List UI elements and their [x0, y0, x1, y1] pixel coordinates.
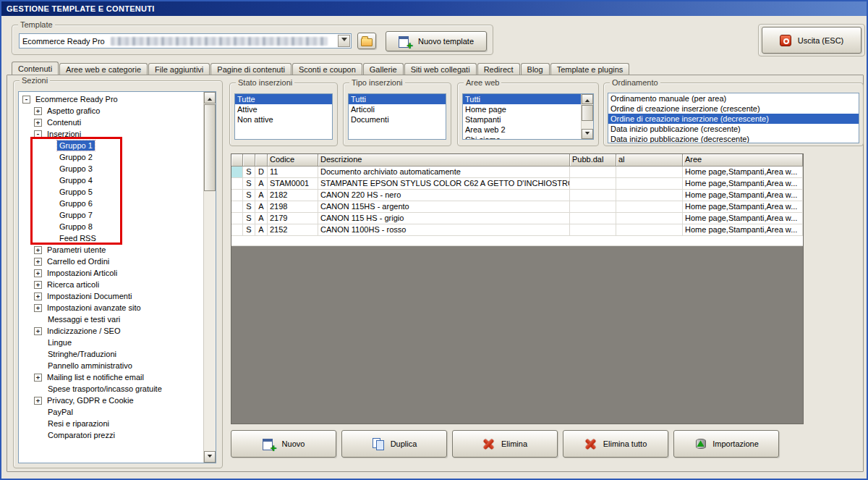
grid-row[interactable]: S A 2152 CANON 1100HS - rosso Home page,…	[231, 224, 803, 236]
row-selector-cell[interactable]	[231, 178, 243, 190]
grid-header-descrizione[interactable]: Descrizione	[318, 154, 570, 167]
scroll-up-button[interactable]	[204, 92, 216, 104]
tree-expand-icon[interactable]: +	[34, 327, 42, 335]
tree-item-messaggi-e-testi-vari[interactable]: Messaggi e testi vari	[19, 313, 203, 325]
tree-item-spese-trasporto[interactable]: Spese trasporto/incasso gratuite	[19, 383, 203, 395]
tree-expand-icon[interactable]: +	[34, 246, 42, 254]
list-item-articoli[interactable]: Articoli	[349, 104, 446, 114]
tree-item-contenuti[interactable]: +Contenuti	[19, 117, 203, 128]
row-selector-cell[interactable]	[231, 190, 243, 201]
grid-row[interactable]: S A 2198 CANON 115HS - argento Home page…	[231, 201, 803, 213]
list-item-ordine-creazione-decrescente[interactable]: Ordine di creazione inserzione (decresce…	[608, 114, 859, 124]
tree-expand-icon[interactable]: +	[34, 397, 42, 405]
tree-expand-icon[interactable]: +	[34, 281, 42, 289]
nuovo-button[interactable]: + Nuovo	[231, 430, 336, 458]
grid-row[interactable]: S A 2182 CANON 220 HS - nero Home page,S…	[231, 190, 803, 201]
scrollbar-thumb[interactable]	[582, 105, 593, 121]
tree-expand-icon[interactable]: +	[34, 304, 42, 312]
tab-blog[interactable]: Blog	[521, 63, 550, 75]
tree-item-impostazioni-articoli[interactable]: +Impostazioni Articoli	[19, 267, 203, 279]
tree-item-pannello-amministrativo[interactable]: Pannello amministrativo	[19, 360, 203, 371]
tab-aree-web-e-categorie[interactable]: Aree web e categorie	[59, 63, 148, 75]
row-selector-cell[interactable]	[231, 167, 243, 178]
grid-row[interactable]: S A STAM0001 STAMPANTE EPSON STYLUS COLO…	[231, 178, 803, 190]
tree-item-ricerca-articoli[interactable]: +Ricerca articoli	[19, 279, 203, 290]
grid-header-pubb-dal[interactable]: Pubb.dal	[570, 154, 616, 167]
grid-row-selected[interactable]: S D 11 Documento archiviato automaticame…	[231, 167, 803, 178]
tree-item-feed-rss[interactable]: Feed RSS	[19, 232, 203, 244]
tab-template-e-plugins[interactable]: Template e plugins	[550, 63, 630, 75]
list-item-aree-tutti[interactable]: Tutti	[463, 94, 581, 104]
tree-item-stringhe-traduzioni[interactable]: Stringhe/Traduzioni	[19, 348, 203, 360]
tree-expand-icon[interactable]: +	[34, 292, 42, 300]
list-item-home-page[interactable]: Home page	[463, 104, 581, 114]
tree-item-gruppo-4[interactable]: Gruppo 4	[19, 174, 203, 186]
tree-item-carrello-ed-ordini[interactable]: +Carrello ed Ordini	[19, 256, 203, 267]
list-item-area-web-2[interactable]: Area web 2	[463, 125, 581, 135]
grid-header-al[interactable]: al	[616, 154, 683, 167]
title-bar[interactable]: GESTIONE TEMPLATE E CONTENUTI	[1, 1, 867, 16]
tab-gallerie[interactable]: Gallerie	[363, 63, 404, 75]
grid-header-tipo[interactable]	[255, 154, 268, 167]
list-item-chi-siamo[interactable]: Chi siamo	[463, 135, 581, 140]
aree-web-scrollbar[interactable]	[581, 94, 593, 139]
duplica-button[interactable]: Duplica	[341, 430, 447, 458]
tree-item-gruppo-8[interactable]: Gruppo 8	[19, 221, 203, 232]
open-folder-button[interactable]	[357, 33, 376, 49]
tab-pagine-di-contenuti[interactable]: Pagine di contenuti	[210, 63, 292, 75]
tab-contenuti[interactable]: Contenuti	[12, 62, 59, 75]
tree-item-impostazioni-avanzate-sito[interactable]: +Impostazioni avanzate sito	[19, 302, 203, 313]
tree-item-gruppo-3[interactable]: Gruppo 3	[19, 163, 203, 174]
tab-siti-web-collegati[interactable]: Siti web collegati	[404, 63, 477, 75]
list-item-attive[interactable]: Attive	[235, 104, 332, 114]
list-item-tutte[interactable]: Tutte	[235, 94, 332, 104]
tree-item-gruppo-7[interactable]: Gruppo 7	[19, 209, 203, 221]
list-item-documenti[interactable]: Documenti	[349, 114, 446, 125]
tree-item-impostazioni-documenti[interactable]: +Impostazioni Documenti	[19, 290, 203, 302]
row-selector-cell[interactable]	[231, 213, 243, 224]
tree-expand-icon[interactable]: +	[34, 269, 42, 277]
tree-expand-icon[interactable]: +	[34, 374, 42, 382]
list-item-tutti[interactable]: Tutti	[349, 94, 446, 104]
tree-collapse-icon[interactable]: -	[22, 96, 30, 104]
exit-button[interactable]: Uscita (ESC)	[762, 27, 861, 54]
tree-expand-icon[interactable]: +	[34, 107, 42, 115]
tree-item-indicizzazione-seo[interactable]: +Indicizzazione / SEO	[19, 325, 203, 337]
scroll-down-button[interactable]	[204, 451, 216, 463]
tree-expand-icon[interactable]: +	[34, 258, 42, 266]
tree-item-paypal[interactable]: PayPal	[19, 406, 203, 418]
tree-item-mailing-list[interactable]: +Mailing list e notifiche email	[19, 371, 203, 383]
tree-item-parametri-utente[interactable]: +Parametri utente	[19, 244, 203, 256]
elimina-tutto-button[interactable]: Elimina tutto	[563, 430, 668, 458]
tree-item-privacy-gdpr[interactable]: +Privacy, GDPR e Cookie	[19, 395, 203, 406]
grid-header-codice[interactable]: Codice	[268, 154, 318, 167]
tree-item-resi-e-riparazioni[interactable]: Resi e riparazioni	[19, 418, 203, 429]
list-item-ordine-creazione-crescente[interactable]: Ordine di creazione inserzione (crescent…	[608, 104, 859, 114]
tree-item-gruppo-1[interactable]: Gruppo 1	[19, 140, 203, 151]
row-selector-cell[interactable]	[231, 201, 243, 213]
list-item-data-inizio-decrescente[interactable]: Data inizio pubblicazione (decrescente)	[608, 134, 859, 143]
tree-item-lingue[interactable]: Lingue	[19, 337, 203, 348]
list-item-non-attive[interactable]: Non attive	[235, 114, 332, 125]
scroll-up-button[interactable]	[582, 94, 593, 104]
elimina-button[interactable]: Elimina	[452, 430, 558, 458]
tree-item-aspetto-grafico[interactable]: +Aspetto grafico	[19, 105, 203, 117]
tree-item-gruppo-6[interactable]: Gruppo 6	[19, 198, 203, 209]
new-template-button[interactable]: + Nuovo template	[386, 31, 487, 51]
list-item-stampanti[interactable]: Stampanti	[463, 114, 581, 125]
tree-item-gruppo-5[interactable]: Gruppo 5	[19, 186, 203, 198]
grid-header-aree[interactable]: Aree	[683, 154, 803, 167]
grid-header-indicator[interactable]	[231, 154, 243, 167]
scrollbar-thumb[interactable]	[204, 104, 216, 191]
grid-header-stato[interactable]	[243, 154, 255, 167]
grid-row[interactable]: S A 2179 CANON 115 HS - grigio Home page…	[231, 213, 803, 224]
tab-file-aggiuntivi[interactable]: File aggiuntivi	[148, 63, 210, 75]
scroll-down-button[interactable]	[582, 129, 593, 139]
tab-redirect[interactable]: Redirect	[477, 63, 520, 75]
tree-item-root[interactable]: -Ecommerce Ready Pro	[19, 93, 203, 105]
row-selector-cell[interactable]	[231, 224, 243, 236]
tree-collapse-icon[interactable]: -	[34, 130, 42, 138]
importazione-button[interactable]: Importazione	[673, 430, 779, 458]
list-item-data-inizio-crescente[interactable]: Data inizio pubblicazione (crescente)	[608, 124, 859, 134]
tree-item-inserzioni[interactable]: -Inserzioni	[19, 128, 203, 140]
